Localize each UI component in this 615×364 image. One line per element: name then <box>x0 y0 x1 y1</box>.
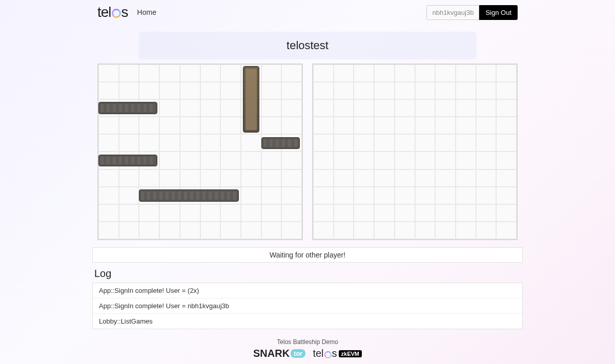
grid-cell[interactable] <box>415 169 436 187</box>
grid-cell[interactable] <box>435 117 456 134</box>
grid-cell[interactable] <box>476 99 497 117</box>
grid-cell[interactable] <box>334 152 354 169</box>
grid-cell[interactable] <box>220 82 241 99</box>
grid-cell[interactable] <box>220 169 241 187</box>
grid-cell[interactable] <box>435 187 456 204</box>
grid-cell[interactable] <box>496 169 517 187</box>
grid-cell[interactable] <box>496 152 517 169</box>
grid-cell[interactable] <box>395 187 415 204</box>
grid-cell[interactable] <box>476 204 497 222</box>
grid-cell[interactable] <box>139 82 159 99</box>
grid-cell[interactable] <box>476 82 497 99</box>
grid-cell[interactable] <box>159 65 180 82</box>
grid-cell[interactable] <box>415 204 436 222</box>
logo[interactable]: tel s <box>97 4 128 20</box>
grid-cell[interactable] <box>281 65 302 82</box>
grid-cell[interactable] <box>159 117 180 134</box>
grid-cell[interactable] <box>354 134 374 152</box>
grid-cell[interactable] <box>313 99 334 117</box>
grid-cell[interactable] <box>281 99 302 117</box>
grid-cell[interactable] <box>374 82 395 99</box>
grid-cell[interactable] <box>374 169 395 187</box>
grid-cell[interactable] <box>261 152 282 169</box>
ship-patrol[interactable] <box>261 137 300 149</box>
grid-cell[interactable] <box>98 82 119 99</box>
grid-cell[interactable] <box>281 187 302 204</box>
grid-cell[interactable] <box>261 187 282 204</box>
grid-cell[interactable] <box>281 117 302 134</box>
grid-cell[interactable] <box>98 204 119 222</box>
grid-cell[interactable] <box>354 169 374 187</box>
grid-cell[interactable] <box>456 99 476 117</box>
grid-cell[interactable] <box>313 222 334 239</box>
grid-cell[interactable] <box>395 117 415 134</box>
grid-cell[interactable] <box>374 204 395 222</box>
grid-cell[interactable] <box>395 204 415 222</box>
grid-cell[interactable] <box>261 99 282 117</box>
grid-cell[interactable] <box>354 65 374 82</box>
grid-cell[interactable] <box>415 99 436 117</box>
grid-cell[interactable] <box>261 82 282 99</box>
grid-cell[interactable] <box>435 82 456 99</box>
grid-cell[interactable] <box>139 117 159 134</box>
grid-cell[interactable] <box>374 65 395 82</box>
grid-cell[interactable] <box>220 99 241 117</box>
grid-cell[interactable] <box>119 204 139 222</box>
grid-cell[interactable] <box>456 187 476 204</box>
grid-cell[interactable] <box>139 204 159 222</box>
grid-cell[interactable] <box>139 134 159 152</box>
grid-cell[interactable] <box>313 117 334 134</box>
grid-cell[interactable] <box>220 117 241 134</box>
grid-cell[interactable] <box>354 222 374 239</box>
grid-cell[interactable] <box>496 117 517 134</box>
grid-cell[interactable] <box>456 152 476 169</box>
grid-cell[interactable] <box>261 204 282 222</box>
grid-cell[interactable] <box>200 134 221 152</box>
grid-cell[interactable] <box>98 65 119 82</box>
opponent-board[interactable] <box>312 63 518 240</box>
grid-cell[interactable] <box>395 82 415 99</box>
grid-cell[interactable] <box>200 222 221 239</box>
grid-cell[interactable] <box>334 222 354 239</box>
grid-cell[interactable] <box>200 99 221 117</box>
grid-cell[interactable] <box>476 134 497 152</box>
grid-cell[interactable] <box>180 82 200 99</box>
grid-cell[interactable] <box>261 222 282 239</box>
grid-cell[interactable] <box>496 99 517 117</box>
grid-cell[interactable] <box>456 134 476 152</box>
grid-cell[interactable] <box>476 222 497 239</box>
grid-cell[interactable] <box>374 222 395 239</box>
grid-cell[interactable] <box>496 204 517 222</box>
ship-battleship[interactable] <box>243 66 259 133</box>
grid-cell[interactable] <box>119 65 139 82</box>
grid-cell[interactable] <box>281 152 302 169</box>
grid-cell[interactable] <box>354 152 374 169</box>
grid-cell[interactable] <box>159 99 180 117</box>
grid-cell[interactable] <box>261 169 282 187</box>
grid-cell[interactable] <box>119 117 139 134</box>
grid-cell[interactable] <box>180 117 200 134</box>
grid-cell[interactable] <box>395 169 415 187</box>
grid-cell[interactable] <box>220 134 241 152</box>
grid-cell[interactable] <box>159 222 180 239</box>
grid-cell[interactable] <box>334 117 354 134</box>
grid-cell[interactable] <box>354 117 374 134</box>
grid-cell[interactable] <box>139 65 159 82</box>
grid-cell[interactable] <box>180 134 200 152</box>
grid-cell[interactable] <box>456 65 476 82</box>
grid-cell[interactable] <box>334 82 354 99</box>
grid-cell[interactable] <box>180 99 200 117</box>
grid-cell[interactable] <box>395 152 415 169</box>
grid-cell[interactable] <box>241 187 261 204</box>
grid-cell[interactable] <box>119 82 139 99</box>
grid-cell[interactable] <box>496 187 517 204</box>
grid-cell[interactable] <box>159 134 180 152</box>
grid-cell[interactable] <box>476 169 497 187</box>
grid-cell[interactable] <box>334 204 354 222</box>
grid-cell[interactable] <box>200 204 221 222</box>
grid-cell[interactable] <box>180 65 200 82</box>
grid-cell[interactable] <box>98 134 119 152</box>
grid-cell[interactable] <box>159 82 180 99</box>
grid-cell[interactable] <box>456 117 476 134</box>
grid-cell[interactable] <box>456 82 476 99</box>
